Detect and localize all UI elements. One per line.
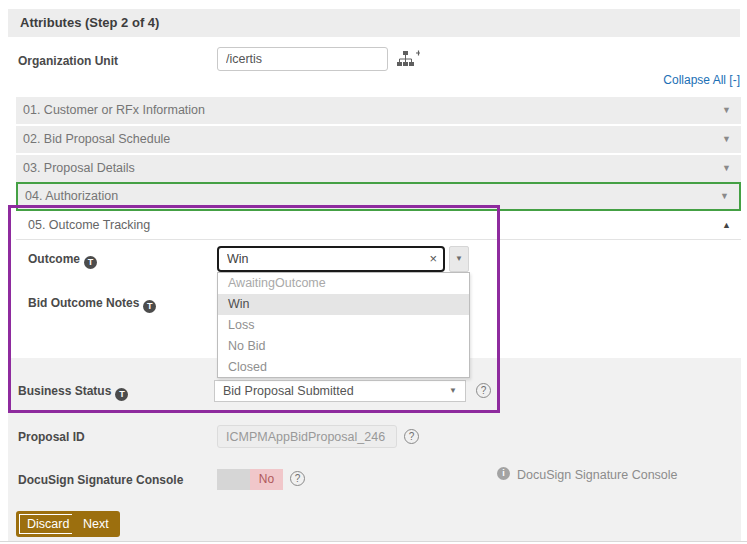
bid-outcome-notes-label-text: Bid Outcome Notes	[28, 296, 139, 310]
next-button[interactable]: Next	[72, 511, 120, 537]
clear-icon[interactable]: ×	[429, 251, 437, 266]
toggle-track	[217, 469, 250, 490]
accordion-authorization[interactable]: 04. Authorization ▼	[16, 182, 741, 211]
help-icon[interactable]: ?	[290, 471, 305, 486]
discard-button[interactable]: Discard	[16, 511, 80, 537]
org-unit-label: Organization Unit	[18, 54, 118, 68]
proposal-id-label: Proposal ID	[18, 430, 85, 444]
org-unit-input[interactable]	[217, 47, 388, 71]
translate-badge-icon: T	[115, 388, 128, 401]
chevron-down-icon: ▼	[449, 381, 457, 401]
help-icon[interactable]: ?	[476, 383, 491, 398]
docusign-toggle[interactable]: No	[217, 469, 283, 490]
docusign-info-text: DocuSign Signature Console	[517, 468, 678, 482]
proposal-id-input	[217, 425, 397, 448]
accordion-label: 01. Customer or RFx Information	[16, 97, 741, 124]
accordion-outcome-tracking-header[interactable]: 05. Outcome Tracking ▲	[16, 211, 741, 240]
business-status-label: Business StatusT	[18, 384, 128, 401]
list-item[interactable]: AwaitingOutcome	[218, 273, 469, 294]
accordion-customer-rfx-information[interactable]: 01. Customer or RFx Information ▼	[16, 97, 741, 124]
business-status-select[interactable]: Bid Proposal Submitted ▼	[214, 380, 466, 402]
chevron-down-icon: ▼	[455, 254, 463, 263]
docusign-label: DocuSign Signature Console	[18, 473, 183, 487]
toggle-value: No	[250, 469, 283, 490]
page-title: Attributes (Step 2 of 4)	[8, 9, 740, 37]
business-status-value: Bid Proposal Submitted	[215, 381, 465, 401]
list-item[interactable]: Loss	[218, 315, 469, 336]
help-icon[interactable]: ?	[404, 429, 419, 444]
accordion-bid-proposal-schedule[interactable]: 02. Bid Proposal Schedule ▼	[16, 126, 741, 153]
accordion-proposal-details[interactable]: 03. Proposal Details ▼	[16, 155, 741, 182]
outcome-label: OutcomeT	[28, 252, 97, 269]
outcome-combobox: ×	[217, 246, 445, 272]
chevron-down-icon: ▼	[720, 184, 729, 209]
info-icon[interactable]: i	[497, 467, 510, 480]
chevron-down-icon: ▼	[722, 155, 731, 182]
page-header: Attributes (Step 2 of 4)	[8, 9, 740, 37]
outcome-dropdown-button[interactable]: ▼	[449, 246, 469, 272]
translate-badge-icon: T	[143, 300, 156, 313]
bid-outcome-notes-label: Bid Outcome NotesT	[28, 296, 156, 313]
org-hierarchy-add-icon[interactable]	[396, 50, 420, 73]
attributes-page: Attributes (Step 2 of 4) Organization Un…	[0, 0, 747, 544]
list-item-selected[interactable]: Win	[218, 294, 469, 315]
business-status-label-text: Business Status	[18, 384, 111, 398]
translate-badge-icon: T	[84, 256, 97, 269]
bottom-divider	[0, 541, 747, 542]
collapse-all-link[interactable]: Collapse All [-]	[663, 73, 740, 87]
accordion-label: 03. Proposal Details	[16, 155, 741, 182]
chevron-down-icon: ▼	[722, 126, 731, 153]
list-item[interactable]: Closed	[218, 357, 469, 378]
accordion-label: 02. Bid Proposal Schedule	[16, 126, 741, 153]
chevron-down-icon: ▼	[722, 97, 731, 124]
outcome-input[interactable]	[217, 246, 445, 272]
outcome-options-list: AwaitingOutcome Win Loss No Bid Closed	[217, 272, 470, 378]
section-title: 05. Outcome Tracking	[16, 211, 741, 239]
chevron-up-icon: ▲	[722, 211, 731, 239]
list-item[interactable]: No Bid	[218, 336, 469, 357]
accordion-label: 04. Authorization	[18, 184, 739, 209]
outcome-label-text: Outcome	[28, 252, 80, 266]
